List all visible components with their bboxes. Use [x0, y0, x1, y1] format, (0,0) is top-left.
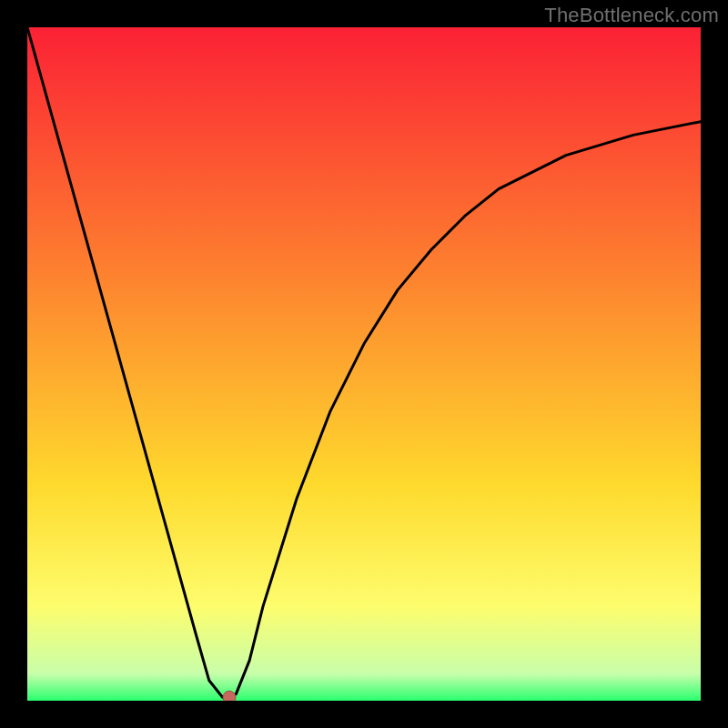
gradient-background [27, 27, 701, 701]
bottleneck-chart [27, 27, 701, 701]
marker-dot [223, 691, 236, 701]
plot-area [27, 27, 701, 701]
watermark-text: TheBottleneck.com [544, 4, 719, 27]
chart-frame: TheBottleneck.com [0, 0, 728, 728]
